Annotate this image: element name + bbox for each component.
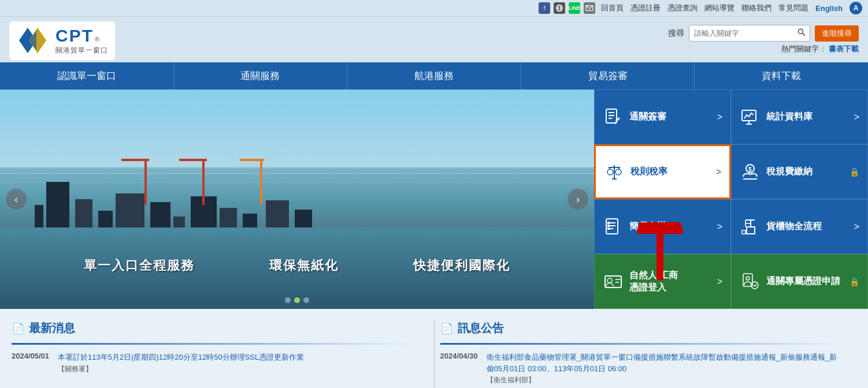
svg-rect-39 <box>742 230 745 234</box>
tax-rate-icon <box>604 162 625 182</box>
bulletin-title: 📄 訊息公告 <box>440 320 840 336</box>
svg-point-42 <box>607 278 612 283</box>
search-input-wrap <box>689 25 810 42</box>
svg-rect-33 <box>607 227 610 230</box>
cert-apply-icon <box>740 271 761 292</box>
home-link[interactable]: 回首頁 <box>601 3 624 13</box>
document-pen-icon <box>604 108 622 126</box>
easy-apply-label: 簡易申辦 <box>629 221 711 233</box>
svg-rect-14 <box>742 110 756 121</box>
cargo-flow-arrow: > <box>854 222 859 232</box>
grid-cell-person-login[interactable]: 自然人/工商 憑證登入 > <box>594 254 731 309</box>
hero-text-1: 單一入口全程服務 <box>84 257 195 274</box>
easy-apply-arrow: > <box>717 222 722 232</box>
slider-next-button[interactable]: › <box>567 189 588 210</box>
bulletin-tag: 【衛生福利部】 <box>487 375 840 385</box>
crane-box-icon <box>741 218 759 236</box>
news-section: 📄 最新消息 2024/05/01 本署訂於113年5月2日(星期四)12時20… <box>12 320 428 388</box>
doc-person-icon <box>741 273 759 291</box>
cargo-flow-label: 貨櫃物全流程 <box>766 221 848 233</box>
grid-cell-tax-rate[interactable]: 稅則稅率 > <box>594 144 731 199</box>
cert-apply-lock: 🔒 <box>850 277 859 286</box>
stats-db-label: 統計資料庫 <box>766 111 848 123</box>
easy-apply-icon <box>603 217 624 237</box>
svg-rect-32 <box>607 225 610 227</box>
person-login-icon <box>603 271 624 292</box>
logo-cpt: CPT <box>55 26 94 46</box>
grid-cell-cargo-flow[interactable]: 貨櫃物全流程 > <box>731 199 868 254</box>
svg-rect-34 <box>747 227 755 234</box>
logo-registered: ® <box>95 36 99 43</box>
facebook-icon[interactable]: f <box>539 2 550 14</box>
cert-register-link[interactable]: 憑證註冊 <box>630 3 661 13</box>
faq-link[interactable]: 常見問題 <box>778 3 808 13</box>
news-title-icon: 📄 <box>12 322 24 335</box>
stats-db-icon <box>740 107 761 128</box>
english-link[interactable]: English <box>815 4 843 13</box>
search-input[interactable] <box>689 27 793 40</box>
tax-payment-icon: $ <box>740 162 761 182</box>
grid-cell-tax-payment[interactable]: $ 稅規費繳納 🔒 <box>731 144 868 199</box>
contact-link[interactable]: 聯絡我們 <box>741 3 771 13</box>
bulletin-title-text: 訊息公告 <box>458 320 504 336</box>
bulletin-section: 📄 訊息公告 2024/04/30 衛生福利部食品藥物管理署_關港貿單一窗口備援… <box>440 320 857 388</box>
hero-text-3: 快捷便利國際化 <box>413 257 510 274</box>
site-guide-link[interactable]: 網站導覽 <box>704 3 735 13</box>
svg-point-19 <box>607 169 613 175</box>
customs-review-arrow: > <box>717 112 722 122</box>
cert-query-link[interactable]: 憑證查詢 <box>667 3 698 13</box>
user-avatar[interactable]: A <box>850 2 862 14</box>
nav-item-customs[interactable]: 通關服務 <box>174 62 348 89</box>
scale-icon <box>605 163 624 181</box>
tax-payment-lock: 🔒 <box>850 167 859 177</box>
logo-diamond-icon <box>16 25 51 57</box>
cert-apply-label: 通關專屬憑證申請 <box>766 275 844 288</box>
hand-coin-icon: $ <box>741 163 759 181</box>
bulletin-date: 2024/04/30 <box>440 352 481 385</box>
nav-item-about[interactable]: 認識單一窗口 <box>0 62 174 89</box>
news-link[interactable]: 本署訂於113年5月2日(星期四)12時20分至12時50分辦理SSL憑證更新作… <box>58 352 304 363</box>
email-icon[interactable] <box>584 2 595 14</box>
grid-cell-easy-apply[interactable]: 簡易申辦 > <box>594 199 731 254</box>
nav-item-port[interactable]: 航港服務 <box>347 62 521 89</box>
hot-keyword-link[interactable]: 書表下載 <box>829 44 859 54</box>
svg-point-7 <box>798 29 803 33</box>
news-divider <box>12 343 411 345</box>
hot-keywords: 熱門關鍵字： 書表下載 <box>781 44 859 54</box>
logo-wrap: CPT ® 關港貿單一窗口 <box>9 21 115 60</box>
list-doc-icon <box>604 218 622 236</box>
globe-icon[interactable] <box>554 2 565 14</box>
slider-dots <box>285 297 309 303</box>
logo-subtitle: 關港貿單一窗口 <box>55 46 108 55</box>
news-tag: 【關務署】 <box>58 364 304 374</box>
nav-bar: 認識單一窗口 通關服務 航港服務 貿易簽審 資料下載 <box>0 62 868 89</box>
grid-cell-stats-db[interactable]: 統計資料庫 > <box>731 89 868 144</box>
slider-dot-2[interactable] <box>294 297 300 303</box>
person-login-label: 自然人/工商 憑證登入 <box>629 270 711 294</box>
line-icon[interactable]: LINE <box>569 2 580 14</box>
logo-text-wrap: CPT ® 關港貿單一窗口 <box>55 26 108 55</box>
news-date: 2024/05/01 <box>12 352 52 374</box>
right-grid: 通關簽審 > 統計資料庫 > <box>594 89 868 309</box>
hot-keywords-label: 熱門關鍵字： <box>781 44 826 54</box>
search-area: 搜尋 進階搜尋 熱門關鍵字： 書表下載 <box>668 21 859 54</box>
port-background <box>0 89 594 309</box>
slider-prev-button[interactable]: ‹ <box>6 189 27 210</box>
slider-dot-3[interactable] <box>303 297 309 303</box>
bulletin-link[interactable]: 衛生福利部食品藥物管理署_關港貿單一窗口備援措施聯繫系統故障暫啟動備援措施通報_… <box>487 352 840 374</box>
person-card-icon <box>604 273 622 291</box>
search-icon-button[interactable] <box>793 25 810 41</box>
grid-cell-cert-apply[interactable]: 通關專屬憑證申請 🔒 <box>731 254 868 309</box>
customs-review-label: 通關簽審 <box>629 111 711 123</box>
hero-text-overlay: 單一入口全程服務 環保無紙化 快捷便利國際化 <box>46 257 548 274</box>
slider-dot-1[interactable] <box>285 297 291 303</box>
grid-cell-customs-review[interactable]: 通關簽審 > <box>594 89 731 144</box>
nav-item-trade[interactable]: 貿易簽審 <box>521 62 695 89</box>
hero-text-2: 環保無紙化 <box>269 257 339 274</box>
advanced-search-button[interactable]: 進階搜尋 <box>815 25 859 42</box>
person-login-arrow: > <box>717 277 722 287</box>
nav-item-data[interactable]: 資料下載 <box>695 62 868 89</box>
top-bar: f LINE 回首頁 憑證註冊 憑證查詢 網站導覽 聯絡我們 常見問題 Engl… <box>0 0 868 17</box>
bulletin-title-icon: 📄 <box>440 322 453 335</box>
bottom-section: 📄 最新消息 2024/05/01 本署訂於113年5月2日(星期四)12時20… <box>0 309 868 388</box>
